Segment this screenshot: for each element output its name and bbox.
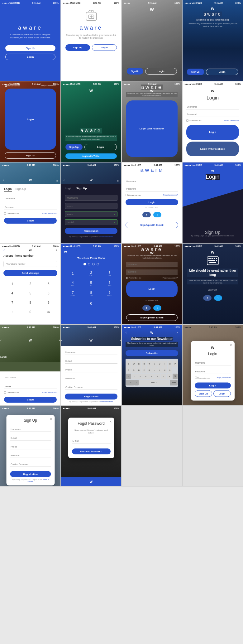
menu-icon[interactable]: ≡	[56, 180, 58, 182]
confirm-password-input[interactable]	[10, 462, 51, 467]
tab-login[interactable]: Login	[65, 187, 73, 191]
twitter-btn[interactable]: t	[214, 295, 222, 301]
login-button[interactable]: Login	[145, 68, 177, 75]
key-m[interactable]: M	[167, 374, 172, 379]
username-input[interactable]	[126, 179, 178, 184]
login-button[interactable]: Login	[84, 144, 117, 150]
code-2[interactable]: 2ABC	[83, 269, 100, 278]
key-q[interactable]: Q	[126, 361, 131, 367]
phone-input[interactable]	[3, 261, 57, 267]
key-return[interactable]: return	[170, 380, 178, 385]
key-c[interactable]: C	[143, 374, 149, 379]
login-button[interactable]: Login	[186, 125, 239, 140]
signup-button[interactable]: Sign Up	[5, 152, 56, 159]
key-123[interactable]: 123	[126, 380, 134, 385]
confirm-password-input[interactable]	[65, 211, 117, 217]
back-icon[interactable]: ‹	[126, 330, 127, 335]
username-input[interactable]	[186, 104, 239, 109]
back-icon[interactable]: ‹	[61, 338, 62, 342]
numpad-plus[interactable]: +	[8, 308, 17, 317]
numpad-backspace[interactable]: ⌫	[44, 308, 53, 317]
username-input[interactable]	[4, 196, 57, 201]
close-button[interactable]: ×	[50, 417, 52, 421]
send-message-button[interactable]: Send Message	[3, 270, 57, 276]
back-icon[interactable]: ‹	[64, 178, 65, 182]
key-s[interactable]: S	[131, 367, 136, 373]
key-e[interactable]: E	[136, 361, 141, 367]
menu-icon[interactable]: ≡	[56, 249, 57, 252]
key-b[interactable]: B	[155, 374, 160, 379]
code-8[interactable]: 8TUV	[83, 289, 100, 298]
subscribe-button[interactable]: Subscribe	[126, 350, 178, 356]
key-f[interactable]: F	[142, 367, 147, 373]
facebook-btn[interactable]: f	[142, 212, 150, 217]
name-input[interactable]	[65, 195, 117, 201]
facebook-btn[interactable]: f	[203, 295, 211, 301]
back-icon[interactable]: ‹	[3, 178, 4, 182]
password-input[interactable]	[126, 269, 178, 274]
facebook-login-button[interactable]: Login with Facebook	[126, 100, 178, 157]
key-backspace[interactable]: ⌫	[173, 374, 178, 379]
key-i[interactable]: I	[162, 361, 167, 367]
numpad-3[interactable]: 3	[44, 280, 53, 288]
tab-login[interactable]: Login	[4, 187, 12, 192]
numpad-8[interactable]: 8	[26, 298, 35, 307]
key-a[interactable]: A	[126, 367, 131, 373]
twitter-login-button[interactable]: Login with Twitter	[65, 153, 117, 159]
signup-email-button[interactable]: Sign Up with E-mail	[126, 222, 178, 228]
close-button[interactable]: ×	[230, 343, 232, 347]
registration-button[interactable]: Registration	[10, 471, 51, 477]
tab-signup[interactable]: Sign Up	[16, 187, 26, 192]
key-r[interactable]: R	[142, 361, 147, 367]
forgot-password-link[interactable]: Forgot password?	[42, 212, 57, 215]
login-button[interactable]: Login	[206, 69, 239, 75]
remember-checkbox[interactable]	[195, 377, 197, 379]
tab-signup[interactable]: Sign Up	[76, 187, 87, 191]
login-button-2[interactable]: Login	[213, 390, 231, 397]
code-9[interactable]: 9WXYZ	[101, 289, 118, 298]
login-button[interactable]: Login	[5, 54, 55, 60]
signup-email-button[interactable]: Sign Up with E-mail	[126, 314, 178, 321]
key-g[interactable]: G	[147, 367, 152, 373]
email-input[interactable]	[72, 438, 111, 443]
facebook-login-button[interactable]: Login with Facebook	[186, 142, 239, 157]
remember-checkbox[interactable]	[126, 277, 128, 279]
password-input[interactable]	[186, 112, 239, 117]
key-n[interactable]: N	[161, 374, 166, 379]
menu-icon[interactable]: ≡	[177, 331, 178, 334]
menu-icon[interactable]: ≡	[117, 180, 119, 182]
numpad-2[interactable]: 2	[26, 280, 35, 288]
password-input[interactable]	[10, 453, 51, 458]
key-l[interactable]: L	[168, 367, 173, 373]
code-4[interactable]: 4GHI	[64, 279, 81, 288]
key-d[interactable]: D	[136, 367, 141, 373]
key-z[interactable]: Z	[131, 374, 137, 379]
login-button[interactable]: Login	[126, 281, 178, 297]
forgot-password-link[interactable]: Forgot password?	[216, 377, 231, 379]
key-v[interactable]: V	[149, 374, 155, 379]
numpad-5[interactable]: 5	[26, 289, 35, 298]
email-input[interactable]	[10, 436, 51, 441]
key-space[interactable]: SPACE	[139, 380, 170, 385]
code-0[interactable]: 0	[83, 299, 100, 308]
numpad-7[interactable]: 7	[8, 298, 17, 307]
code-5[interactable]: 5JKL	[83, 279, 100, 288]
login-button[interactable]: Login	[195, 383, 231, 389]
recover-button[interactable]: Recover Password	[72, 448, 111, 454]
remember-checkbox[interactable]	[126, 194, 128, 196]
key-o[interactable]: O	[168, 361, 173, 367]
close-button[interactable]: ×	[109, 419, 112, 424]
forgot-password-link[interactable]: Forgot password?	[163, 277, 178, 279]
code-6[interactable]: 6MNO	[101, 279, 118, 288]
menu-icon[interactable]: ≡	[59, 339, 60, 342]
registration-button[interactable]: Registration	[65, 228, 117, 234]
back-icon[interactable]: ‹	[0, 338, 2, 342]
key-k[interactable]: K	[162, 367, 167, 373]
back-icon[interactable]: ‹	[3, 248, 5, 252]
login-button[interactable]: Login	[92, 44, 117, 51]
code-1[interactable]: 1	[64, 269, 81, 278]
signup-button[interactable]: Sign Up	[65, 44, 90, 51]
remember-checkbox[interactable]	[186, 119, 188, 122]
numpad-6[interactable]: 6	[44, 289, 53, 298]
key-emoji[interactable]: ☺	[134, 380, 139, 385]
